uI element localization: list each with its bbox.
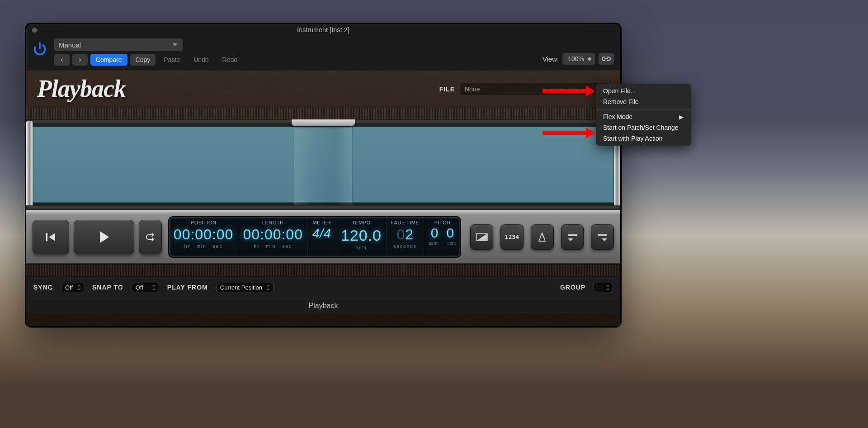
cycle-icon (144, 233, 156, 242)
lcd-length-value: 00:00:00 (243, 225, 303, 244)
cycle-button[interactable] (139, 220, 162, 254)
annotation-arrow-1 (542, 86, 595, 96)
plugin-window: Instrument [Inst 2] Manual ‹ › Compare C… (25, 23, 622, 328)
playhead-tab[interactable] (292, 119, 355, 126)
compare-button[interactable]: Compare (90, 54, 127, 66)
prev-preset-button[interactable]: ‹ (54, 54, 70, 66)
rewind-button[interactable] (33, 220, 69, 254)
menu-separator (596, 109, 691, 109)
lcd-position[interactable]: POSITION 00:00:00 hrminsec (169, 217, 239, 257)
plugin-name: Playback (309, 302, 338, 310)
paste-button[interactable]: Paste (158, 54, 185, 66)
toolbar-column: Manual ‹ › Compare Copy Paste Undo Redo (54, 38, 243, 66)
menu-flex-mode[interactable]: Flex Mode▶ (596, 111, 691, 122)
stepper-icon (588, 57, 591, 61)
lcd-fade-value: 02 (396, 225, 414, 244)
lcd-length[interactable]: LENGTH 00:00:00 hrminsec (238, 217, 308, 257)
view-label: View: (542, 55, 559, 63)
lcd-fade-label: FADE TIME (391, 220, 419, 225)
link-button[interactable] (599, 53, 614, 65)
power-icon (31, 40, 48, 57)
zoom-value: 100% (568, 55, 584, 62)
svg-rect-3 (568, 234, 577, 236)
menu-remove-file[interactable]: Remove File (596, 96, 691, 107)
bypass-button[interactable] (30, 38, 50, 58)
zoom-dropdown[interactable]: 100% (562, 53, 595, 65)
lcd-pitch-label: PITCH (434, 220, 451, 225)
playfrom-label: PLAY FROM (167, 284, 208, 291)
divider-stripes-top (26, 107, 620, 119)
play-button[interactable] (74, 220, 134, 254)
waveform-handle[interactable] (294, 127, 353, 208)
fade-icon (476, 233, 488, 242)
lcd-tempo-value: 120.0 (341, 225, 382, 245)
count-in-label: 1234 (505, 233, 519, 240)
snap-dropdown[interactable]: Off (132, 283, 159, 292)
titlebar: Instrument [Inst 2] (26, 24, 620, 36)
playfrom-dropdown[interactable]: Current Position (216, 283, 274, 292)
lcd-pitch[interactable]: PITCH 00 semicent (424, 217, 460, 257)
menu-open-file[interactable]: Open File... (596, 86, 691, 96)
play-icon (97, 230, 111, 244)
svg-line-2 (542, 234, 545, 239)
sync-label: SYNC (33, 284, 53, 291)
menu-start-patch[interactable]: Start on Patch/Set Change (596, 122, 691, 133)
varispeed-button[interactable] (531, 224, 554, 250)
menu-start-play[interactable]: Start with Play Action (596, 133, 691, 144)
preset-label: Manual (59, 41, 81, 49)
snap-label: SNAP TO (92, 284, 123, 291)
options-bar: SYNC Off SNAP TO Off PLAY FROM Current P… (26, 277, 620, 298)
lcd-display: POSITION 00:00:00 hrminsec LENGTH 00:00:… (168, 216, 462, 258)
metronome-icon (537, 232, 547, 242)
toolbar: Manual ‹ › Compare Copy Paste Undo Redo … (26, 36, 620, 70)
file-context-menu[interactable]: Open File... Remove File Flex Mode▶ Star… (596, 84, 691, 146)
preset-dropdown[interactable]: Manual (54, 38, 183, 51)
lcd-meter-value: 4/4 (312, 225, 331, 242)
close-window-dot[interactable] (32, 28, 37, 33)
waveform-endcap-left (26, 121, 33, 208)
lcd-length-label: LENGTH (262, 220, 284, 225)
lcd-meter[interactable]: METER 4/4 (308, 217, 336, 257)
marker-next-button[interactable] (591, 224, 614, 250)
transport-panel: POSITION 00:00:00 hrminsec LENGTH 00:00:… (26, 210, 620, 264)
toolbar-row: ‹ › Compare Copy Paste Undo Redo (54, 54, 243, 66)
lcd-position-label: POSITION (191, 220, 217, 225)
marker-prev-button[interactable] (561, 224, 584, 250)
file-label: FILE (439, 86, 455, 93)
link-icon (602, 56, 611, 62)
divider-stripes-bottom (26, 264, 620, 277)
plugin-header: Playback FILE None (26, 71, 620, 107)
group-label: GROUP (560, 284, 585, 291)
fade-out-button[interactable] (470, 224, 493, 250)
svg-rect-4 (598, 234, 607, 236)
lcd-tempo-label: TEMPO (352, 220, 371, 225)
next-preset-button[interactable]: › (72, 54, 88, 66)
lcd-fade[interactable]: FADE TIME 02 seconds (387, 217, 424, 257)
skip-start-icon (45, 232, 57, 242)
annotation-arrow-2 (542, 128, 595, 138)
toolbar-right: View: 100% (542, 53, 614, 66)
waveform-rail-bottom (26, 205, 620, 210)
lcd-position-value: 00:00:00 (174, 225, 234, 244)
lcd-tempo[interactable]: TEMPO 120.0 bpm (336, 217, 387, 257)
marker-next-icon (597, 233, 608, 241)
undo-button[interactable]: Undo (188, 54, 214, 66)
sync-dropdown[interactable]: Off (61, 283, 84, 292)
group-dropdown[interactable]: -- (594, 283, 613, 292)
marker-prev-icon (567, 233, 578, 241)
count-in-button[interactable]: 1234 (500, 224, 524, 250)
copy-button[interactable]: Copy (130, 54, 156, 66)
lcd-meter-label: METER (312, 220, 331, 225)
plugin-body: Playback FILE None (26, 70, 620, 326)
window-title: Instrument [Inst 2] (297, 26, 349, 33)
plugin-footer: Playback (26, 298, 620, 313)
redo-button[interactable]: Redo (217, 54, 243, 66)
plugin-logo: Playback (37, 75, 126, 103)
submenu-chevron-icon: ▶ (679, 114, 684, 120)
waveform-area[interactable] (26, 119, 620, 210)
file-value-text: None (465, 86, 480, 93)
